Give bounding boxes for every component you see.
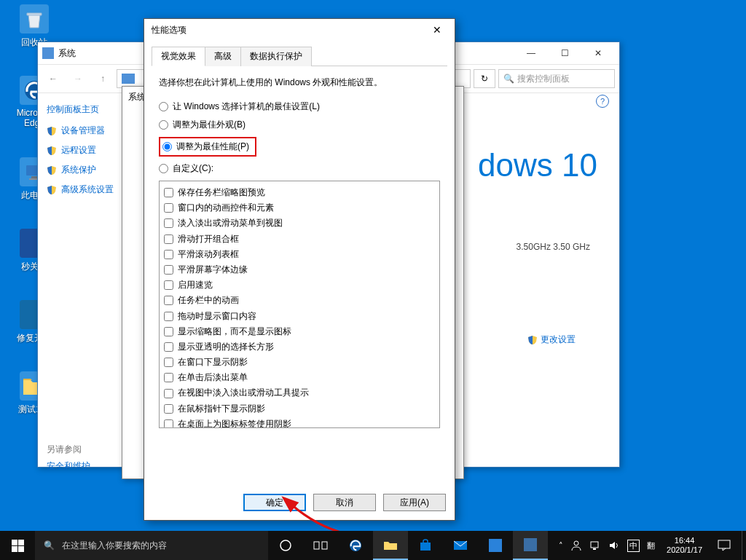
taskbar-app-edge[interactable]: [338, 531, 373, 560]
sidebar-link-security[interactable]: 安全和维护: [47, 460, 116, 473]
svg-rect-12: [420, 543, 431, 551]
tray-people-icon[interactable]: [570, 540, 582, 551]
sidebar-heading[interactable]: 控制面板主页: [47, 103, 116, 116]
checklist-item[interactable]: 滑动打开组合框: [164, 232, 435, 246]
tray-volume-icon[interactable]: [608, 540, 620, 551]
checklist-item[interactable]: 在视图中淡入淡出或滑动工具提示: [164, 386, 435, 400]
checklist-checkbox[interactable]: [164, 265, 173, 275]
tab-dep[interactable]: 数据执行保护: [240, 47, 312, 66]
radio-custom[interactable]: 自定义(C):: [159, 162, 440, 175]
checklist-checkbox[interactable]: [164, 280, 173, 290]
checklist-checkbox[interactable]: [164, 373, 173, 382]
checklist-checkbox[interactable]: [164, 234, 173, 244]
cortana-button[interactable]: [268, 531, 303, 560]
shield-icon: [47, 146, 57, 156]
tab-visual-effects[interactable]: 视觉效果: [152, 47, 205, 66]
titlebar[interactable]: 性能选项 ✕: [144, 19, 455, 41]
sidebar-link-label: 远程设置: [61, 144, 96, 157]
checklist-checkbox[interactable]: [164, 218, 173, 228]
checklist-checkbox[interactable]: [164, 250, 173, 259]
checklist-checkbox[interactable]: [164, 327, 173, 336]
cancel-button[interactable]: 取消: [313, 494, 376, 511]
sidebar-link-remote[interactable]: 远程设置: [47, 144, 116, 157]
shield-icon: [47, 185, 57, 195]
radio-let-windows[interactable]: 让 Windows 选择计算机的最佳设置(L): [159, 100, 440, 113]
search-placeholder: 搜索控制面板: [517, 73, 570, 85]
checklist-item[interactable]: 保存任务栏缩略图预览: [164, 186, 435, 200]
button-label: 取消: [336, 497, 353, 508]
close-button[interactable]: ✕: [581, 42, 615, 64]
minimize-button[interactable]: —: [514, 42, 548, 64]
sidebar-link-advanced[interactable]: 高级系统设置: [47, 184, 116, 196]
checklist-label: 拖动时显示窗口内容: [178, 309, 256, 323]
taskbar-app-generic1[interactable]: [478, 531, 513, 560]
system-tray[interactable]: ˄ 中 翻: [551, 540, 662, 552]
change-settings-link[interactable]: 更改设置: [527, 334, 576, 346]
tray-chevron-up-icon[interactable]: ˄: [559, 541, 563, 551]
checklist-checkbox[interactable]: [164, 389, 173, 398]
checklist-item[interactable]: 平滑屏幕字体边缘: [164, 263, 435, 277]
checklist-item[interactable]: 淡入淡出或滑动菜单到视图: [164, 216, 435, 230]
show-desktop-button[interactable]: [742, 531, 746, 560]
radio-best-appearance[interactable]: 调整为最佳外观(B): [159, 119, 440, 131]
checklist-checkbox[interactable]: [164, 296, 173, 305]
taskbar-clock[interactable]: 16:44 2020/1/17: [662, 536, 707, 555]
svg-rect-2: [31, 176, 37, 178]
up-button[interactable]: ↑: [92, 68, 114, 90]
radio-input[interactable]: [159, 164, 168, 173]
highlighted-option: 调整为最佳性能(P): [159, 137, 256, 157]
checklist-item[interactable]: 在窗口下显示阴影: [164, 355, 435, 369]
radio-input[interactable]: [162, 142, 172, 151]
checklist-item[interactable]: 窗口内的动画控件和元素: [164, 201, 435, 215]
tray-ime[interactable]: 中: [627, 540, 640, 552]
close-button[interactable]: ✕: [427, 20, 447, 40]
sidebar-link-device-manager[interactable]: 设备管理器: [47, 125, 116, 137]
checklist-item[interactable]: 在鼠标指针下显示阴影: [164, 402, 435, 416]
radio-best-performance[interactable]: 调整为最佳性能(P): [162, 141, 249, 153]
checklist-checkbox[interactable]: [164, 358, 173, 367]
checklist-item[interactable]: 平滑滚动列表框: [164, 248, 435, 261]
checklist-checkbox[interactable]: [164, 404, 173, 414]
windows-icon: [12, 540, 24, 552]
help-button[interactable]: ?: [596, 95, 609, 108]
checklist-item[interactable]: 在桌面上为图标标签使用阴影: [164, 417, 435, 428]
checklist-checkbox[interactable]: [164, 342, 173, 352]
checklist-label: 窗口内的动画控件和元素: [178, 201, 274, 215]
ok-button[interactable]: 确定: [243, 494, 306, 511]
task-view-button[interactable]: [303, 531, 338, 560]
tray-ime2[interactable]: 翻: [647, 540, 655, 551]
taskbar-app-mail[interactable]: [443, 531, 478, 560]
forward-button[interactable]: →: [67, 68, 89, 90]
apply-button[interactable]: 应用(A): [383, 494, 446, 511]
checklist-item[interactable]: 在单击后淡出菜单: [164, 371, 435, 384]
checklist-label: 在单击后淡出菜单: [178, 371, 248, 384]
checklist-item[interactable]: 拖动时显示窗口内容: [164, 309, 435, 323]
taskbar-search[interactable]: 🔍 在这里输入你要搜索的内容: [35, 531, 268, 560]
svg-rect-7: [18, 546, 24, 552]
tab-advanced[interactable]: 高级: [205, 47, 241, 66]
visual-effects-checklist[interactable]: 保存任务栏缩略图预览窗口内的动画控件和元素淡入淡出或滑动菜单到视图滑动打开组合框…: [159, 181, 440, 428]
checklist-item[interactable]: 任务栏中的动画: [164, 293, 435, 307]
checklist-item[interactable]: 显示亚透明的选择长方形: [164, 340, 435, 354]
tray-network-icon[interactable]: [589, 540, 601, 551]
action-center-button[interactable]: [707, 531, 742, 560]
checklist-checkbox[interactable]: [164, 419, 173, 428]
maximize-button[interactable]: ☐: [548, 42, 581, 64]
checklist-item[interactable]: 显示缩略图，而不是显示图标: [164, 325, 435, 339]
search-input[interactable]: 🔍 搜索控制面板: [498, 69, 615, 88]
taskbar-app-store[interactable]: [408, 531, 443, 560]
radio-input[interactable]: [159, 102, 168, 111]
taskbar-app-generic2[interactable]: [513, 531, 548, 560]
recycle-bin-icon: [20, 4, 49, 33]
checklist-checkbox[interactable]: [164, 312, 173, 321]
sidebar-link-protection[interactable]: 系统保护: [47, 164, 116, 176]
checklist-label: 显示缩略图，而不是显示图标: [178, 325, 291, 339]
refresh-button[interactable]: ↻: [474, 69, 495, 88]
taskbar-app-explorer[interactable]: [373, 531, 408, 560]
radio-input[interactable]: [159, 120, 168, 130]
checklist-item[interactable]: 启用速览: [164, 278, 435, 292]
start-button[interactable]: [0, 531, 35, 560]
back-button[interactable]: ←: [42, 68, 64, 90]
checklist-checkbox[interactable]: [164, 203, 173, 213]
checklist-checkbox[interactable]: [164, 188, 173, 197]
